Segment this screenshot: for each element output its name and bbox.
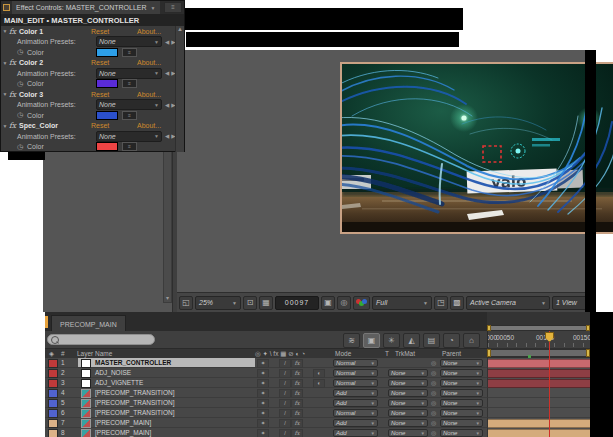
pickwhip-icon[interactable]: ◎ [431,379,436,386]
layer-label-chip[interactable] [48,369,58,378]
grid-guides-icon[interactable]: ▦ [259,296,273,310]
layer-track[interactable] [487,408,590,418]
mode-select[interactable]: Normal▼ [333,369,378,377]
show-channels-icon[interactable] [353,296,370,310]
trkmat-select[interactable]: None▼ [388,369,428,377]
layer-label-chip[interactable] [48,399,58,408]
about-link[interactable]: About... [137,28,171,35]
fx-switch[interactable]: fx [291,419,303,428]
pickwhip-icon[interactable]: ◎ [431,359,436,366]
solo-switch[interactable]: ✦ [257,379,269,388]
layer-name[interactable]: [PRECOMP_MAIN] [95,429,151,436]
quality-switch[interactable]: / [279,409,291,418]
eyedropper-icon[interactable]: ≡ [122,142,137,151]
show-snapshot-icon[interactable]: ◎ [337,296,351,310]
solo-switch[interactable]: ✦ [257,409,269,418]
trkmat-select[interactable]: None▼ [388,379,428,387]
effect-name[interactable]: Color 3 [19,91,91,98]
color-swatch[interactable] [96,79,118,88]
layer-label-chip[interactable] [48,389,58,398]
twirl-icon[interactable]: ▼ [1,28,9,34]
trkmat-select[interactable]: None▼ [388,389,428,397]
mode-select[interactable]: Normal▼ [333,359,378,367]
quality-switch[interactable]: / [279,419,291,428]
fx-switch[interactable]: fx [291,389,303,398]
reset-link[interactable]: Reset [91,59,137,66]
scroll-up-icon[interactable]: ▲ [177,26,183,32]
pickwhip-icon[interactable]: ◎ [431,419,436,426]
quality-switch[interactable]: / [279,379,291,388]
twirl-icon[interactable]: ▼ [1,60,9,66]
layer-track[interactable] [487,398,590,408]
color-swatch[interactable] [96,111,118,120]
layer-label-chip[interactable] [48,409,58,418]
layer-duration-bar[interactable] [488,359,590,368]
presets-select[interactable]: None▼ [96,131,162,142]
snapshot-icon[interactable]: ▣ [321,296,335,310]
stopwatch-icon[interactable]: ◷ [17,143,27,151]
layer-track[interactable] [487,368,590,378]
magnification-select[interactable]: 25%▼ [195,296,241,310]
adjustment-layer-switch[interactable]: ◐ [313,379,325,388]
quality-switch[interactable]: / [279,429,291,437]
layer-duration-bar[interactable] [488,379,590,388]
fx-switch[interactable]: fx [291,409,303,418]
table-row[interactable]: 1 MASTER_CONTROLLER ✦ / fx Normal▼ ◎ Non… [45,358,590,368]
parent-select[interactable]: None▼ [440,419,483,427]
effect-header[interactable]: ▼ fx Spec_Color Reset About... [1,121,178,132]
live-update-icon[interactable]: ▣ [363,333,380,348]
layer-name[interactable]: ADJ_NOISE [95,369,131,376]
shy-layers-icon[interactable]: ◭ [403,333,420,348]
panel-grip-icon[interactable] [3,4,10,11]
color-swatch[interactable] [96,142,118,151]
layer-label-chip[interactable] [48,419,58,428]
timeline-search[interactable] [47,334,155,345]
region-of-interest-icon[interactable]: ◳ [434,296,448,310]
safe-areas-icon[interactable]: ⊡ [243,296,257,310]
trkmat-select[interactable]: None▼ [388,399,428,407]
quality-switch[interactable]: / [279,389,291,398]
table-row[interactable]: 2 ADJ_NOISE ✦ / fx ◐ Normal▼ None▼ ◎ Non… [45,368,590,378]
layer-label-chip[interactable] [48,429,58,437]
layer-track[interactable] [487,418,590,428]
quality-switch[interactable]: / [279,359,291,368]
table-row[interactable]: 6 [PRECOMP_TRANSITION] ✦ / fx Normal▼ No… [45,408,590,418]
layer-name[interactable]: MASTER_CONTROLLER [95,359,171,366]
trkmat-select[interactable]: None▼ [388,419,428,427]
timeline-search-input[interactable] [59,334,143,345]
transparency-grid-icon[interactable]: ▩ [450,296,464,310]
effect-header[interactable]: ▼ fx Color 3 Reset About... [1,89,178,100]
frame-blending-icon[interactable]: ▤ [423,333,440,348]
pickwhip-icon[interactable]: ◎ [431,409,436,416]
time-ruler[interactable]: 00000 00050 00100 00150 [487,331,590,348]
layer-label-chip[interactable] [48,379,58,388]
parent-select[interactable]: None▼ [440,369,483,377]
trkmat-select[interactable]: None▼ [388,409,428,417]
tab-precomp-main[interactable]: PRECOMP_MAIN [51,315,126,332]
fx-switch[interactable]: fx [291,379,303,388]
effect-controls-tab[interactable]: Effect Controls: MASTER_CONTROLLER ▼ [12,1,160,14]
motion-blur-icon[interactable]: ◔ [443,333,460,348]
parent-select[interactable]: None▼ [440,409,483,417]
view-layout-select[interactable]: 1 View▼ [552,296,585,310]
adjustment-layer-switch[interactable]: ◐ [313,369,325,378]
layer-name[interactable]: [PRECOMP_TRANSITION] [95,389,174,396]
stopwatch-icon[interactable]: ◷ [17,80,27,88]
twirl-icon[interactable]: ▼ [1,123,9,129]
timecode-display[interactable]: 00097 [275,296,319,310]
fx-switch[interactable]: fx [291,369,303,378]
stopwatch-icon[interactable]: ◷ [17,111,27,119]
eyedropper-icon[interactable]: ≡ [122,111,137,120]
work-area-start-handle[interactable] [487,349,491,357]
mode-select[interactable]: Add▼ [333,399,378,407]
effects-scrollbar[interactable]: ▲ [175,26,184,152]
eyedropper-icon[interactable]: ≡ [122,48,137,57]
layer-track[interactable] [487,388,590,398]
effect-name[interactable]: Color 1 [19,28,91,35]
layer-name[interactable]: [PRECOMP_MAIN] [95,419,151,426]
twirl-icon[interactable]: ▼ [1,91,9,97]
about-link[interactable]: About... [137,122,171,129]
layer-track[interactable] [487,428,590,437]
parent-select[interactable]: None▼ [440,399,483,407]
mode-select[interactable]: Add▼ [333,389,378,397]
